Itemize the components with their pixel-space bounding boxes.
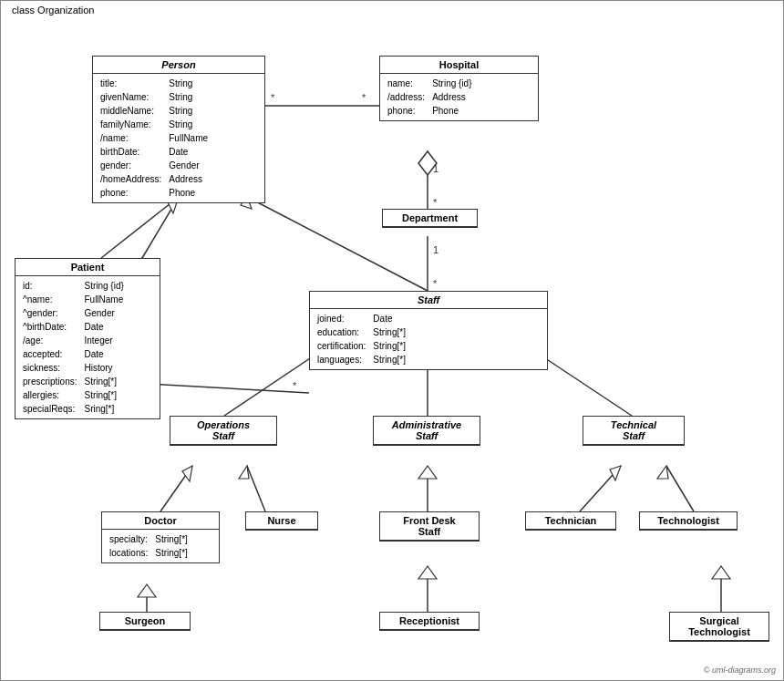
- class-surgical-technologist-header: SurgicalTechnologist: [670, 613, 769, 641]
- class-technician: Technician: [525, 511, 616, 531]
- class-person-header: Person: [93, 57, 264, 74]
- class-person: Person title:String givenName:String mid…: [92, 56, 265, 203]
- class-receptionist-header: Receptionist: [380, 613, 479, 630]
- class-nurse: Nurse: [245, 511, 318, 531]
- class-surgical-technologist: SurgicalTechnologist: [669, 612, 769, 642]
- copyright-text: © uml-diagrams.org: [704, 666, 776, 675]
- svg-marker-31: [418, 566, 437, 579]
- class-doctor-body: specialty:String[*] locations:String[*]: [102, 530, 219, 562]
- class-technical-staff-header: TechnicalStaff: [583, 417, 684, 445]
- svg-line-12: [142, 197, 179, 258]
- class-hospital: Hospital name:String {id} /address:Addre…: [379, 56, 539, 121]
- class-technologist: Technologist: [639, 511, 738, 531]
- class-surgeon: Surgeon: [99, 612, 191, 631]
- class-staff-body: joined:Date education:String[*] certific…: [310, 309, 547, 369]
- svg-text:*: *: [433, 197, 438, 208]
- class-hospital-header: Hospital: [380, 57, 538, 74]
- svg-text:*: *: [271, 92, 275, 103]
- svg-marker-29: [138, 584, 156, 597]
- svg-line-19: [148, 384, 309, 393]
- svg-marker-25: [418, 466, 437, 479]
- svg-marker-22: [182, 466, 192, 481]
- svg-marker-33: [712, 566, 730, 579]
- class-technologist-header: Technologist: [640, 512, 737, 530]
- class-patient: Patient id:String {id} ^name:FullName ^g…: [15, 258, 160, 419]
- class-staff: Staff joined:Date education:String[*] ce…: [309, 291, 548, 370]
- class-front-desk-staff-header: Front DeskStaff: [380, 512, 479, 541]
- class-technician-header: Technician: [526, 512, 615, 530]
- svg-marker-23: [239, 466, 249, 479]
- class-operations-staff-header: OperationsStaff: [170, 417, 276, 445]
- class-administrative-staff-header: AdministrativeStaff: [374, 417, 480, 445]
- class-patient-body: id:String {id} ^name:FullName ^gender:Ge…: [15, 276, 160, 418]
- class-doctor: Doctor specialty:String[*] locations:Str…: [101, 511, 220, 563]
- class-doctor-header: Doctor: [102, 512, 219, 530]
- class-patient-header: Patient: [15, 259, 160, 276]
- svg-text:1: 1: [433, 244, 438, 255]
- class-department-header: Department: [383, 210, 477, 227]
- class-operations-staff: OperationsStaff: [170, 416, 277, 446]
- svg-text:*: *: [362, 92, 366, 103]
- svg-text:*: *: [293, 380, 297, 391]
- svg-marker-27: [657, 466, 668, 479]
- class-surgeon-header: Surgeon: [100, 613, 190, 630]
- class-department: Department: [382, 209, 478, 228]
- class-person-body: title:String givenName:String middleName…: [93, 74, 264, 202]
- class-front-desk-staff: Front DeskStaff: [379, 511, 480, 542]
- diagram-container: class Organization * * 1 *: [0, 0, 784, 681]
- svg-text:*: *: [433, 278, 438, 289]
- class-receptionist: Receptionist: [379, 612, 480, 631]
- class-staff-header: Staff: [310, 292, 547, 309]
- class-nurse-header: Nurse: [246, 512, 317, 530]
- diagram-title: class Organization: [8, 5, 98, 15]
- svg-marker-6: [418, 151, 437, 175]
- svg-marker-26: [610, 466, 621, 480]
- class-hospital-body: name:String {id} /address:Address phone:…: [380, 74, 538, 120]
- svg-text:1: 1: [433, 163, 438, 174]
- class-technical-staff: TechnicalStaff: [583, 416, 685, 446]
- class-administrative-staff: AdministrativeStaff: [373, 416, 480, 446]
